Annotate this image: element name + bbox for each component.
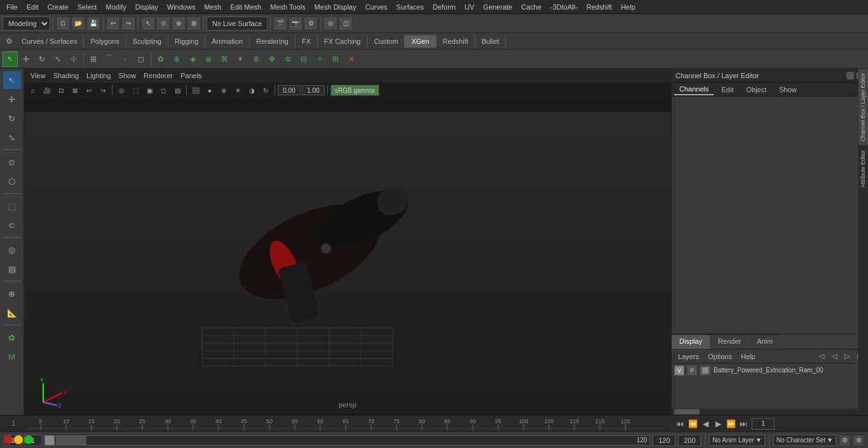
xgen-icon-8[interactable]: ✤ — [264, 51, 280, 67]
menu-redshift[interactable]: Redshift — [583, 2, 616, 12]
menu-mesh[interactable]: Mesh — [200, 2, 225, 12]
layer-back-icon[interactable]: ◁ — [829, 351, 840, 362]
save-file-button[interactable]: 💾 — [86, 17, 100, 31]
viewport-shading-menu[interactable]: Shading — [51, 71, 81, 81]
tab-custom[interactable]: Custom — [368, 35, 405, 48]
layer-visibility-btn[interactable]: V — [674, 365, 684, 376]
isolate-btn[interactable]: ◎ — [3, 241, 21, 259]
step-back-btn[interactable]: ⏪ — [687, 418, 698, 430]
range-handle-left[interactable] — [44, 435, 55, 445]
menu-create[interactable]: Create — [44, 2, 72, 12]
move-tool-button[interactable]: ✛ — [18, 51, 34, 67]
channel-box-side-tab[interactable]: Channel Box / Layer Editor — [858, 69, 868, 146]
lasso-btn[interactable]: ⊂ — [3, 216, 21, 234]
viewport-3d[interactable]: X Y Z persp — [24, 112, 671, 415]
snap-surface-btn[interactable]: ◻ — [133, 51, 149, 67]
display-tab[interactable]: Display — [672, 335, 710, 350]
xgen-icon-6[interactable]: ✦ — [233, 51, 248, 67]
camera-select-btn[interactable]: 🎥 — [41, 85, 53, 96]
xgen-icon-2[interactable]: ⊕ — [169, 51, 184, 67]
layers-scrollbar[interactable] — [672, 409, 868, 415]
xgen-icon-13[interactable]: ✕ — [344, 51, 359, 67]
window-minimize-btn[interactable] — [14, 435, 23, 444]
tab-fx-caching[interactable]: FX Caching — [318, 35, 367, 48]
window-maximize-btn[interactable] — [24, 435, 33, 444]
isolate-select-btn[interactable]: ◎ — [115, 85, 128, 96]
viewport-show-menu[interactable]: Show — [116, 71, 139, 81]
select-mode-button[interactable]: ↖ — [3, 51, 18, 67]
move-tool-lt[interactable]: ✛ — [3, 90, 21, 108]
gate-mask-btn[interactable]: ▣ — [143, 85, 156, 96]
viewport-view-menu[interactable]: View — [28, 71, 48, 81]
scale-tool-button[interactable]: ⤡ — [50, 51, 65, 67]
camera-home-btn[interactable]: ⌂ — [27, 85, 39, 96]
redo-view-btn[interactable]: ↪ — [97, 85, 109, 96]
shading-mode-btn[interactable]: ● — [203, 85, 216, 96]
tab-animation[interactable]: Animation — [205, 35, 250, 48]
window-close-btn[interactable] — [4, 435, 13, 444]
timeline-ruler[interactable]: 5 10 15 20 25 30 35 40 45 50 55 60 65 70… — [28, 416, 671, 432]
live-surface-button[interactable]: No Live Surface — [207, 17, 268, 31]
layers-help[interactable]: Help — [737, 351, 759, 362]
render-settings-button[interactable]: ⚙ — [304, 17, 318, 31]
menu-modify[interactable]: Modify — [102, 2, 130, 12]
menu-help[interactable]: Help — [617, 2, 639, 12]
layer-playback-btn[interactable]: P — [687, 365, 697, 376]
layer-color-swatch[interactable] — [700, 365, 711, 376]
range-max-input[interactable] — [678, 435, 701, 446]
select-tool-button[interactable]: ↖ — [141, 17, 155, 31]
tab-xgen[interactable]: XGen — [405, 35, 436, 48]
maya-logo-btn[interactable]: M — [3, 348, 21, 365]
menu-display[interactable]: Display — [132, 2, 162, 12]
menu-generate[interactable]: Generate — [479, 2, 516, 12]
snap-point-btn[interactable]: · — [118, 51, 133, 67]
play-fwd-btn[interactable]: ▶ — [712, 418, 724, 430]
color-space-button[interactable]: sRGB gamma — [330, 85, 379, 96]
panel-float-btn[interactable] — [846, 72, 854, 79]
xgen-icon-7[interactable]: ⊛ — [248, 51, 264, 67]
film-gate-btn[interactable]: ◻ — [157, 85, 170, 96]
scale-tool-lt[interactable]: ⤡ — [3, 128, 21, 146]
wireframe-button[interactable]: ◫ — [339, 17, 353, 31]
texture-btn[interactable]: ⊕ — [217, 85, 230, 96]
menu-3dtoall[interactable]: -3DtoAll- — [546, 2, 581, 12]
xgen-icon-9[interactable]: ⊜ — [280, 51, 295, 67]
camera-y-input[interactable] — [302, 85, 325, 95]
menu-edit-mesh[interactable]: Edit Mesh — [226, 2, 265, 12]
new-file-button[interactable]: 🗋 — [56, 17, 70, 31]
xray-button[interactable]: ◎ — [323, 17, 337, 31]
tab-curves-surfaces[interactable]: Curves / Surfaces — [15, 35, 84, 48]
layer-add-icon[interactable]: ◁ — [816, 351, 827, 362]
menu-edit[interactable]: Edit — [23, 2, 43, 12]
tab-bullet[interactable]: Bullet — [475, 35, 506, 48]
lights-btn[interactable]: ☀ — [231, 85, 244, 96]
undo-button[interactable]: ↩ — [106, 17, 120, 31]
pivot-btn[interactable]: ⊕ — [3, 285, 21, 302]
display-layer-btn[interactable]: ▤ — [3, 260, 21, 278]
tab-rigging[interactable]: Rigging — [168, 35, 205, 48]
tab-redshift[interactable]: Redshift — [437, 35, 475, 48]
soft-select-btn[interactable]: ⊙ — [3, 153, 21, 171]
menu-mesh-display[interactable]: Mesh Display — [311, 2, 360, 12]
current-frame-input[interactable] — [752, 418, 775, 430]
render-tab[interactable]: Render — [710, 335, 749, 350]
field-chart-btn[interactable]: ▤ — [171, 85, 184, 96]
settings-btn2[interactable]: ⚙ — [853, 435, 864, 446]
open-file-button[interactable]: 📂 — [71, 17, 85, 31]
play-back-btn[interactable]: ◀ — [700, 418, 711, 430]
tab-channels[interactable]: Channels — [674, 84, 714, 95]
xgen-icon-12[interactable]: ⊞ — [328, 51, 343, 67]
anim-layer-dropdown[interactable]: No Anim Layer ▼ — [709, 435, 765, 446]
autokey-btn[interactable]: ⚙ — [839, 435, 850, 446]
menu-curves[interactable]: Curves — [362, 2, 391, 12]
tab-sculpting[interactable]: Sculpting — [126, 35, 168, 48]
xgen-icon-11[interactable]: ✧ — [312, 51, 327, 67]
layer-forward-icon[interactable]: ▷ — [841, 351, 853, 362]
rotate-tool-lt[interactable]: ↻ — [3, 109, 21, 127]
xgen-brush-btn[interactable]: ✿ — [3, 329, 21, 346]
snap-grid-btn[interactable]: ⊞ — [86, 51, 101, 67]
tab-fx[interactable]: FX — [295, 35, 318, 48]
menu-uv[interactable]: UV — [461, 2, 478, 12]
render-view-button[interactable]: 🎬 — [273, 17, 287, 31]
skip-to-end-btn[interactable]: ⏭ — [738, 418, 749, 430]
